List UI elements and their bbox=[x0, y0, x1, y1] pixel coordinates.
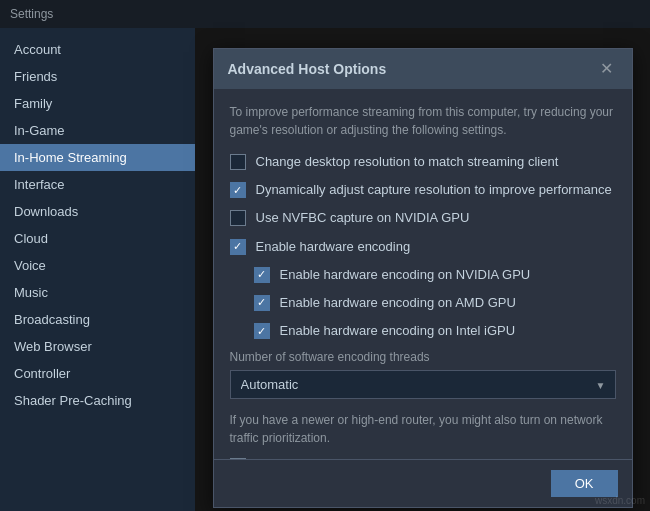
sidebar-item-cloud[interactable]: Cloud bbox=[0, 225, 195, 252]
option-row-hw-encoding-nvidia: Enable hardware encoding on NVIDIA GPU bbox=[230, 266, 616, 284]
option-row-hw-encoding-amd: Enable hardware encoding on AMD GPU bbox=[230, 294, 616, 312]
sidebar-item-voice[interactable]: Voice bbox=[0, 252, 195, 279]
checkbox-hw-encoding[interactable] bbox=[230, 239, 246, 255]
options-container: Change desktop resolution to match strea… bbox=[230, 153, 616, 340]
dialog-header: Advanced Host Options ✕ bbox=[214, 49, 632, 89]
option-row-nvfbc: Use NVFBC capture on NVIDIA GPU bbox=[230, 209, 616, 227]
sidebar-item-broadcasting[interactable]: Broadcasting bbox=[0, 306, 195, 333]
close-button[interactable]: ✕ bbox=[595, 59, 618, 79]
option-label-hw-encoding: Enable hardware encoding bbox=[256, 238, 616, 256]
dialog-title: Advanced Host Options bbox=[228, 61, 387, 77]
option-label-desktop-resolution: Change desktop resolution to match strea… bbox=[256, 153, 616, 171]
sidebar-item-friends[interactable]: Friends bbox=[0, 63, 195, 90]
sidebar-item-in-game[interactable]: In-Game bbox=[0, 117, 195, 144]
dialog-body: To improve performance streaming from th… bbox=[214, 89, 632, 459]
sidebar: AccountFriendsFamilyIn-GameIn-Home Strea… bbox=[0, 28, 195, 511]
option-label-hw-encoding-amd: Enable hardware encoding on AMD GPU bbox=[280, 294, 616, 312]
option-label-hw-encoding-nvidia: Enable hardware encoding on NVIDIA GPU bbox=[280, 266, 616, 284]
sidebar-item-music[interactable]: Music bbox=[0, 279, 195, 306]
ok-button[interactable]: OK bbox=[551, 470, 618, 497]
option-row-dynamic-capture: Dynamically adjust capture resolution to… bbox=[230, 181, 616, 199]
dialog-description: To improve performance streaming from th… bbox=[230, 103, 616, 139]
checkbox-hw-encoding-intel[interactable] bbox=[254, 323, 270, 339]
software-threads-label: Number of software encoding threads bbox=[230, 350, 616, 364]
title-bar-label: Settings bbox=[10, 7, 53, 21]
option-label-hw-encoding-intel: Enable hardware encoding on Intel iGPU bbox=[280, 322, 616, 340]
sidebar-item-interface[interactable]: Interface bbox=[0, 171, 195, 198]
option-label-dynamic-capture: Dynamically adjust capture resolution to… bbox=[256, 181, 616, 199]
title-bar: Settings bbox=[0, 0, 650, 28]
dialog-overlay: Advanced Host Options ✕ To improve perfo… bbox=[195, 28, 650, 511]
checkbox-nvfbc[interactable] bbox=[230, 210, 246, 226]
checkbox-hw-encoding-amd[interactable] bbox=[254, 295, 270, 311]
option-row-hw-encoding-intel: Enable hardware encoding on Intel iGPU bbox=[230, 322, 616, 340]
checkbox-dynamic-capture[interactable] bbox=[230, 182, 246, 198]
watermark: wsxdn.com bbox=[595, 495, 645, 506]
sidebar-item-in-home-streaming[interactable]: In-Home Streaming bbox=[0, 144, 195, 171]
sidebar-item-family[interactable]: Family bbox=[0, 90, 195, 117]
content-area: Advanced Host Options ✕ To improve perfo… bbox=[195, 28, 650, 511]
sidebar-item-web-browser[interactable]: Web Browser bbox=[0, 333, 195, 360]
sidebar-item-shader-pre-caching[interactable]: Shader Pre-Caching bbox=[0, 387, 195, 414]
checkbox-desktop-resolution[interactable] bbox=[230, 154, 246, 170]
network-info-text: If you have a newer or high-end router, … bbox=[230, 411, 616, 447]
advanced-host-options-dialog: Advanced Host Options ✕ To improve perfo… bbox=[213, 48, 633, 508]
main-container: AccountFriendsFamilyIn-GameIn-Home Strea… bbox=[0, 28, 650, 511]
checkbox-prioritize-network[interactable] bbox=[230, 458, 246, 459]
option-row-hw-encoding: Enable hardware encoding bbox=[230, 238, 616, 256]
sidebar-item-account[interactable]: Account bbox=[0, 36, 195, 63]
sidebar-item-downloads[interactable]: Downloads bbox=[0, 198, 195, 225]
sidebar-item-controller[interactable]: Controller bbox=[0, 360, 195, 387]
software-threads-select[interactable]: Automatic1248 bbox=[230, 370, 616, 399]
checkbox-hw-encoding-nvidia[interactable] bbox=[254, 267, 270, 283]
software-threads-wrapper: Automatic1248 ▼ bbox=[230, 370, 616, 399]
dialog-footer: OK bbox=[214, 459, 632, 507]
option-row-desktop-resolution: Change desktop resolution to match strea… bbox=[230, 153, 616, 171]
option-label-nvfbc: Use NVFBC capture on NVIDIA GPU bbox=[256, 209, 616, 227]
